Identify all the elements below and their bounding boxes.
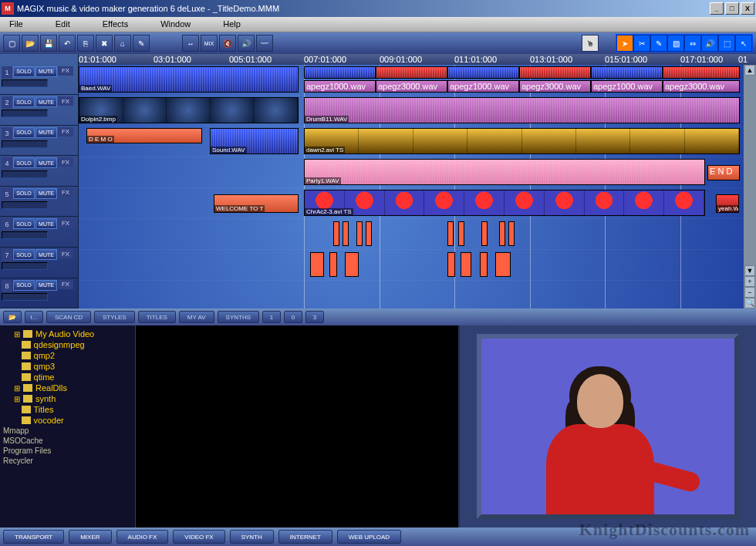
mute-icon[interactable]: 🔇 <box>219 35 236 52</box>
new-icon[interactable]: ▢ <box>3 35 20 52</box>
solo-button[interactable]: SOLO <box>13 249 35 260</box>
marker[interactable] <box>333 221 339 246</box>
tree-item[interactable]: qmp2 <box>3 350 132 361</box>
fx-button[interactable]: FX <box>58 157 73 167</box>
marker[interactable] <box>343 221 349 246</box>
marker[interactable] <box>310 252 324 277</box>
synth-button[interactable]: SYNTH <box>230 530 274 544</box>
solo-button[interactable]: SOLO <box>13 280 35 291</box>
clip-audio[interactable]: Sound.WAV <box>210 128 299 154</box>
tab-titles[interactable]: TITLES <box>138 311 176 323</box>
solo-button[interactable]: SOLO <box>13 96 35 107</box>
scroll-up-icon[interactable]: ▲ <box>744 65 755 76</box>
clip-audio[interactable]: yeah.WA <box>716 194 739 213</box>
marker[interactable] <box>495 252 511 277</box>
cut-icon[interactable]: ✂ <box>633 35 650 52</box>
menu-edit[interactable]: Edit <box>46 17 93 32</box>
mute-button[interactable]: MUTE <box>35 157 57 168</box>
tree-item[interactable]: ⊞ My Audio Video <box>3 329 132 339</box>
volume-slider[interactable] <box>2 170 48 178</box>
mute-button[interactable]: MUTE <box>35 96 57 107</box>
tree-item[interactable]: Mmapp <box>3 426 132 436</box>
clip-audio[interactable]: apegz3000.wav <box>519 80 591 93</box>
mute-button[interactable]: MUTE <box>35 66 57 77</box>
fx-button[interactable]: FX <box>58 218 73 228</box>
volume-slider[interactable] <box>2 140 48 148</box>
clip-audio[interactable]: apegz1000.wav <box>591 80 663 93</box>
solo-button[interactable]: SOLO <box>13 127 35 138</box>
tree-item[interactable]: qmp3 <box>3 361 132 372</box>
clip-audio[interactable]: apegz1000.wav <box>447 80 519 93</box>
search-icon[interactable]: 🔍 <box>744 298 755 308</box>
copy-icon[interactable]: ⎘ <box>77 35 94 52</box>
transport-button[interactable]: TRANSPORT <box>3 530 64 544</box>
tree-item[interactable]: Recycler <box>3 456 132 466</box>
clip-video[interactable]: Dolpin2.bmp <box>79 97 299 123</box>
menu-help[interactable]: Help <box>214 17 264 32</box>
solo-button[interactable]: SOLO <box>13 218 35 229</box>
marker[interactable] <box>447 221 454 246</box>
track-row[interactable]: Party1.WAV E N D <box>79 157 756 188</box>
snap-icon[interactable]: ↔ <box>182 35 199 52</box>
track-row[interactable]: WELCOME TO T ChrAc2-3.avi TS yeah.WA <box>79 188 756 219</box>
track-row[interactable] <box>79 250 756 281</box>
mix-icon[interactable]: MIX <box>201 35 218 52</box>
tab-scan-cd[interactable]: SCAN CD <box>46 311 91 323</box>
marker[interactable] <box>329 252 337 277</box>
solo-button[interactable]: SOLO <box>13 188 35 199</box>
browse-icon[interactable]: 📂 <box>3 311 22 323</box>
clip-title[interactable]: D E M O <box>86 128 202 143</box>
scroll-down-icon[interactable]: ▼ <box>744 265 755 276</box>
volume-slider[interactable] <box>2 262 48 270</box>
tree-item[interactable]: qdesignmpeg <box>3 339 132 350</box>
clip-audio[interactable]: DrumB11.WAV <box>304 97 740 123</box>
tab-my-av[interactable]: MY AV <box>179 311 214 323</box>
clip-video[interactable]: dawn2.avi TS <box>304 128 740 154</box>
clip-audio[interactable] <box>447 66 519 79</box>
mute-button[interactable]: MUTE <box>35 188 57 199</box>
pointer-icon[interactable]: ↖ <box>735 35 752 52</box>
track-row[interactable]: Baed.WAV apegz1000.wav apegz3000.wav ape… <box>79 65 756 96</box>
menu-effects[interactable]: Effects <box>93 17 151 32</box>
tree-item[interactable]: Titles <box>3 404 132 415</box>
solo-button[interactable]: SOLO <box>13 66 35 77</box>
marker[interactable] <box>461 252 471 277</box>
solo-button[interactable]: SOLO <box>13 157 35 168</box>
webupload-button[interactable]: WEB UPLOAD <box>337 530 401 544</box>
tree-item[interactable]: ⊞ RealDlls <box>3 383 132 393</box>
mixer-button[interactable]: MIXER <box>69 530 111 544</box>
marker[interactable] <box>499 221 505 246</box>
fx-button[interactable]: FX <box>58 280 73 289</box>
volume-slider[interactable] <box>2 201 48 209</box>
menu-file[interactable]: File <box>0 17 46 32</box>
tab-styles[interactable]: STYLES <box>94 311 135 323</box>
brush-icon[interactable]: ✎ <box>133 35 150 52</box>
clip-audio[interactable] <box>376 66 447 79</box>
marker[interactable] <box>447 252 455 277</box>
clip-audio[interactable] <box>304 66 376 79</box>
mute-button[interactable]: MUTE <box>35 249 57 260</box>
draw-icon[interactable]: ✎ <box>650 35 667 52</box>
clip-audio[interactable]: Party1.WAV <box>304 159 705 185</box>
arrow-icon[interactable]: ➤ <box>616 35 633 52</box>
open-icon[interactable]: 📂 <box>22 35 39 52</box>
volume-slider[interactable] <box>2 293 48 301</box>
volume-slider[interactable] <box>2 79 48 87</box>
fx-button[interactable]: FX <box>58 96 73 106</box>
zoom-out-button[interactable]: − <box>744 287 755 298</box>
tree-item[interactable]: ⊞ synth <box>3 393 132 404</box>
delete-icon[interactable]: ✖ <box>96 35 113 52</box>
clip-audio[interactable] <box>663 66 740 79</box>
clip-audio[interactable]: apegz1000.wav <box>304 80 376 93</box>
marker[interactable] <box>345 252 359 277</box>
tree-item[interactable]: qtime <box>3 372 132 383</box>
track-row[interactable]: D E M O Sound.WAV dawn2.avi TS <box>79 126 756 157</box>
track-row[interactable]: Dolpin2.bmp DrumB11.WAV <box>79 96 756 126</box>
timeline-scrollbar[interactable]: ▲ ▼ + − 🔍 <box>744 65 756 308</box>
menu-window[interactable]: Window <box>151 17 214 32</box>
speaker-icon[interactable]: 🔊 <box>238 35 255 52</box>
fx-button[interactable]: FX <box>58 66 73 76</box>
stretch-icon[interactable]: ⇔ <box>684 35 701 52</box>
clip-audio[interactable] <box>591 66 663 79</box>
minimize-button[interactable]: _ <box>710 2 724 15</box>
